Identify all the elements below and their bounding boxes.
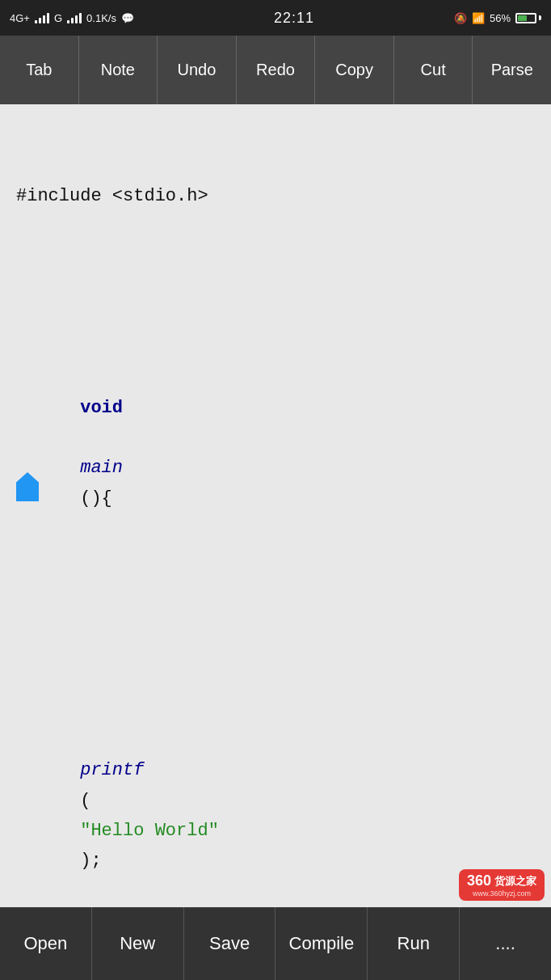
keyword-void: void bbox=[80, 398, 123, 418]
wechat-icon: 💬 bbox=[121, 12, 134, 24]
cut-button[interactable]: Cut bbox=[394, 36, 473, 104]
carrier-g: G bbox=[54, 12, 62, 24]
code-line-4 bbox=[16, 604, 535, 634]
mute-icon: 🔕 bbox=[454, 12, 467, 24]
compile-button[interactable]: Compile bbox=[276, 907, 368, 980]
signal-bars-1 bbox=[35, 12, 49, 23]
run-button[interactable]: Run bbox=[368, 907, 460, 980]
status-right: 🔕 📶 56% bbox=[454, 12, 541, 24]
redo-button[interactable]: Redo bbox=[237, 36, 316, 104]
code-line-3: void main (){ bbox=[16, 362, 535, 543]
battery-icon bbox=[515, 13, 541, 23]
new-button[interactable]: New bbox=[92, 907, 184, 980]
open-button[interactable]: Open bbox=[0, 907, 92, 980]
clock: 22:11 bbox=[274, 10, 314, 27]
save-button[interactable]: Save bbox=[184, 907, 276, 980]
status-bar: 4G+ G 0.1K/s 💬 22:11 🔕 📶 56% bbox=[0, 0, 551, 36]
more-button[interactable]: .... bbox=[460, 907, 551, 980]
toolbar: Tab Note Undo Redo Copy Cut Parse bbox=[0, 36, 551, 104]
cursor-indicator bbox=[16, 472, 39, 501]
watermark-url: www.360hyzj.com bbox=[473, 889, 531, 898]
code-line-1: #include <stdio.h> bbox=[16, 181, 535, 211]
code-line-5: printf ( "Hello World" ); bbox=[16, 695, 535, 906]
wifi-icon: 📶 bbox=[472, 12, 485, 24]
parse-button[interactable]: Parse bbox=[473, 36, 551, 104]
bottom-toolbar: Open New Save Compile Run .... bbox=[0, 907, 551, 980]
battery-percent: 56% bbox=[490, 12, 511, 24]
string-hello: "Hello World" bbox=[80, 821, 219, 841]
code-line-2 bbox=[16, 272, 535, 302]
code-editor[interactable]: #include <stdio.h> void main (){ printf … bbox=[0, 104, 551, 907]
copy-button[interactable]: Copy bbox=[315, 36, 394, 104]
note-button[interactable]: Note bbox=[79, 36, 158, 104]
network-info: 4G+ bbox=[10, 12, 30, 24]
func-printf: printf bbox=[80, 760, 144, 780]
code-content: #include <stdio.h> void main (){ printf … bbox=[16, 120, 535, 907]
func-main: main bbox=[80, 458, 123, 478]
tab-button[interactable]: Tab bbox=[0, 36, 79, 104]
undo-button[interactable]: Undo bbox=[158, 36, 237, 104]
signal-bars-2 bbox=[67, 12, 82, 23]
watermark-text: 货源之家 bbox=[494, 874, 536, 889]
cursor-shape bbox=[16, 472, 39, 501]
watermark-number: 360 bbox=[467, 872, 491, 889]
status-left: 4G+ G 0.1K/s 💬 bbox=[10, 12, 134, 24]
watermark-top: 360 货源之家 bbox=[467, 872, 536, 889]
watermark: 360 货源之家 www.360hyzj.com bbox=[459, 869, 545, 901]
data-speed: 0.1K/s bbox=[86, 12, 116, 24]
